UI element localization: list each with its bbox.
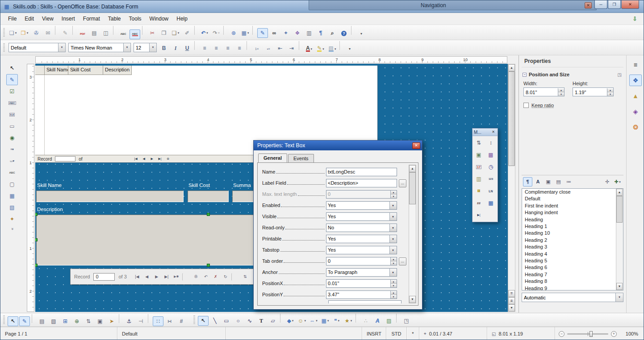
menu-view[interactable]: View (38, 14, 58, 24)
align-justify-icon[interactable]: ≡ (234, 43, 245, 53)
property-input[interactable]: Yes (326, 212, 397, 221)
spinner-buttons[interactable] (390, 191, 397, 198)
alignment-icon[interactable]: ⊣ (135, 316, 146, 326)
time-field-icon[interactable]: ◷ (485, 161, 497, 173)
align-right-icon[interactable]: ≡ (222, 43, 233, 53)
new-style-from-selection-icon[interactable]: ✚ (613, 177, 622, 187)
record-number-input[interactable]: 0 (93, 273, 115, 281)
property-input[interactable]: Yes (326, 246, 397, 254)
decrease-indent-icon[interactable]: ⇤ (275, 43, 285, 53)
navigator-icon[interactable]: ✦ (280, 28, 291, 38)
bullets-icon[interactable]: •≡ (263, 44, 274, 54)
export-pdf-icon[interactable]: PDF (77, 29, 88, 39)
snap-to-grid-icon[interactable]: ∺ (164, 316, 175, 326)
column-header[interactable]: Description (103, 66, 132, 75)
font-name-combo[interactable]: Times New Roman (68, 43, 131, 52)
last-record-icon[interactable]: ▶| (157, 156, 163, 162)
design-mode-icon[interactable]: ✎ (6, 74, 18, 85)
open-in-design-mode-icon[interactable]: ▣ (95, 316, 105, 326)
properties-deck-icon[interactable]: ❖ (629, 75, 642, 86)
undo-icon[interactable]: ↶ (199, 28, 210, 38)
menu-window[interactable]: Window (146, 14, 173, 24)
style-list-item[interactable]: Heading 4 (522, 251, 615, 257)
text-box-icon[interactable]: ABC (6, 97, 18, 108)
spinner-buttons[interactable] (607, 88, 613, 96)
zoom-slider[interactable] (567, 333, 608, 335)
property-input[interactable]: Yes (326, 235, 397, 243)
paragraph-styles-icon[interactable]: ¶ (523, 177, 532, 187)
edit-file-icon[interactable]: ✎ (60, 28, 71, 38)
more-options-icon[interactable]: ◳ (618, 72, 622, 77)
zoom-in-button[interactable]: + (611, 331, 617, 337)
paste-icon[interactable]: ❑ (170, 28, 181, 38)
file-selection-icon[interactable]: ▥ (473, 173, 485, 185)
numeric-field-icon[interactable]: 123 (485, 173, 497, 185)
spinner-buttons[interactable] (558, 88, 564, 96)
italic-icon[interactable]: I (170, 44, 181, 54)
image-button-icon[interactable]: ▣ (473, 149, 485, 161)
toolbar-grip[interactable] (193, 315, 195, 324)
last-record-icon[interactable]: ▶| (163, 273, 171, 281)
masked-field-icon[interactable]: ## (473, 197, 485, 209)
record-number-input[interactable] (55, 156, 75, 162)
combo-dropdown-icon[interactable] (123, 43, 130, 52)
toolbar-expand-icon[interactable]: » (9, 224, 15, 234)
line-icon[interactable]: ╲ (209, 316, 220, 326)
dialog-titlebar[interactable]: Properties: Text Box (254, 141, 422, 150)
cursor-position-cell[interactable]: ⌖ 0.01 / 3.47 (419, 327, 487, 340)
selection-handle[interactable] (35, 213, 38, 216)
label-field-icon[interactable]: ABC (6, 167, 18, 178)
property-input[interactable]: To Paragraph (326, 268, 397, 277)
next-record-icon[interactable]: ▶ (149, 156, 155, 162)
spin-up-icon[interactable] (391, 291, 397, 295)
form-design-icon[interactable]: ✎ (257, 28, 268, 38)
skill-cost-input[interactable] (188, 191, 229, 202)
previous-record-icon[interactable]: ◀ (141, 156, 147, 162)
selection-handle[interactable] (207, 264, 210, 267)
sidebar-menu-icon[interactable]: ≣ (629, 59, 642, 70)
callout-icon[interactable]: ▱ (268, 316, 278, 326)
selection-handle[interactable] (35, 264, 38, 267)
email-icon[interactable]: ✉ (42, 28, 53, 38)
spin-up-icon[interactable] (558, 88, 564, 92)
spin-up-icon[interactable] (391, 257, 397, 261)
dropdown-button[interactable] (389, 269, 397, 276)
new-document-icon[interactable]: ❏ (8, 28, 18, 38)
combo-dropdown-icon[interactable] (615, 293, 623, 302)
selection-handle[interactable] (207, 213, 210, 216)
open-icon[interactable]: ❒ (19, 28, 30, 38)
rectangle-icon[interactable]: ▭ (221, 316, 232, 326)
width-input[interactable]: 8.01" (523, 87, 565, 96)
spin-up-icon[interactable] (391, 280, 397, 284)
from-file-icon[interactable]: ▨ (384, 316, 394, 326)
page-styles-icon[interactable]: ▤ (554, 177, 563, 187)
dialog-scrollbar[interactable]: ▲ ▼ (409, 165, 416, 303)
format-paintbrush-icon[interactable]: ✐ (182, 28, 192, 38)
table-control-icon[interactable]: ▦ (485, 197, 497, 209)
style-list-item[interactable]: Default (522, 195, 615, 202)
select-icon[interactable]: ↖ (6, 62, 18, 74)
cut-icon[interactable]: ✂ (147, 28, 158, 38)
form-properties-icon[interactable]: ▧ (48, 316, 59, 326)
design-mode-icon[interactable]: ✎ (19, 316, 30, 326)
close-icon[interactable] (412, 142, 420, 149)
spinner-buttons[interactable] (390, 257, 397, 265)
symbol-shapes-icon[interactable]: ☺ (297, 316, 307, 326)
toolbar-grip[interactable] (3, 315, 5, 324)
style-list-item[interactable]: Heading 6 (522, 264, 615, 271)
object-size-cell[interactable]: ◱ 8.01 x 1.19 (487, 327, 555, 340)
extrusion-icon[interactable]: ◳ (401, 316, 412, 326)
fontwork-icon[interactable]: A (372, 316, 383, 326)
menu-edit[interactable]: Edit (21, 14, 38, 24)
paragraph-style-combo[interactable]: Default (8, 43, 66, 52)
fill-format-mode-icon[interactable]: ✢ (602, 177, 612, 187)
scrollbar-thumb[interactable] (616, 196, 623, 223)
style-list-item[interactable]: Heading 5 (522, 257, 615, 264)
redo-icon[interactable]: ↷ (211, 28, 222, 38)
toolbar-options-icon[interactable]: ▾ (344, 44, 355, 54)
toolbar-options-icon[interactable]: ▾ (356, 29, 367, 38)
list-box-icon[interactable]: ≡▾ (6, 144, 18, 155)
refresh-icon[interactable]: ↻ (222, 273, 230, 281)
dropdown-button[interactable] (389, 213, 397, 220)
combo-dropdown-icon[interactable] (149, 43, 156, 52)
